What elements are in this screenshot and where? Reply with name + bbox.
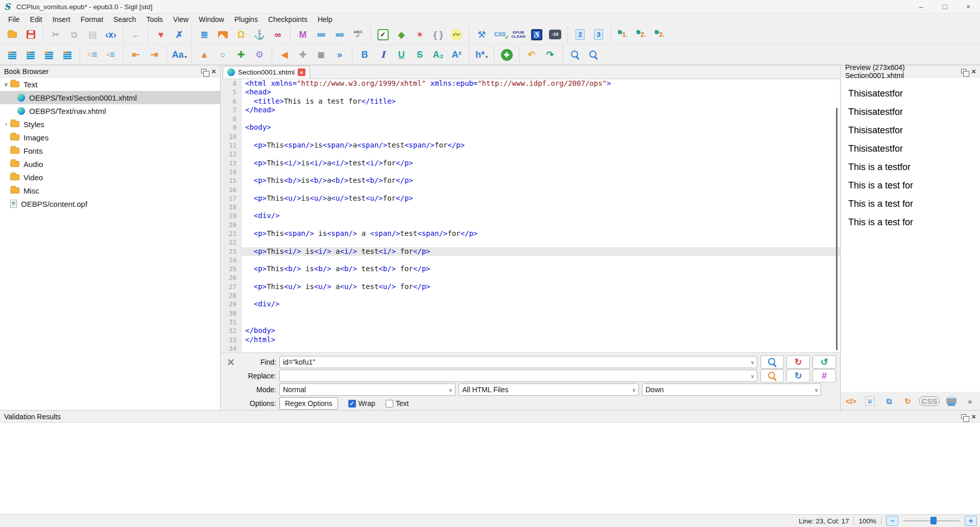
print-icon[interactable] [945,393,957,409]
text-checkbox-box[interactable] [386,400,393,408]
menu-file[interactable]: File [3,14,25,25]
wellformed-check-icon[interactable]: ✓ [374,27,392,42]
find-next-button[interactable] [760,355,784,369]
css-chip-icon[interactable]: CSS [921,393,938,409]
markdown-icon[interactable]: M [294,27,312,42]
code-line-16[interactable]: 16 [221,185,840,194]
align-right-icon[interactable] [40,47,58,62]
tree-expand-icon[interactable]: ∨ [2,81,10,88]
subscript-icon[interactable]: A₂ [429,47,447,62]
panel-float-icon[interactable] [201,69,206,74]
tree-item-styles[interactable]: ›Styles [0,117,220,131]
tree-expand-icon[interactable]: › [2,121,10,128]
merge-previous-icon[interactable]: ◀ [276,47,293,62]
code-text[interactable] [242,150,840,158]
overflow-chevron-icon[interactable]: » [964,393,976,409]
paste-icon[interactable]: ▤ [84,27,101,42]
align-left-icon[interactable] [4,47,21,62]
code-line-17[interactable]: 17 <p>This<u/>is<u/>a<u/>test<u/>for</p> [221,194,840,203]
replace-button[interactable] [760,369,784,382]
tree-item-images[interactable]: Images [0,131,220,144]
bullet-list-icon[interactable]: ≡ [84,47,101,62]
direction-select[interactable]: Down [642,384,821,396]
code-text[interactable]: <p>This<b/> is<b/> a<b/> test<b/> for</p… [242,265,840,273]
code-text[interactable]: <html xmlns="http://www.w3.org/1999/xhtm… [242,79,840,88]
code-line-4[interactable]: 4<html xmlns="http://www.w3.org/1999/xht… [221,79,840,88]
code-line-7[interactable]: 7</head> [221,106,840,114]
count-all-button[interactable]: ↺ [812,355,836,369]
preferences-wrench-icon[interactable]: ⚒ [473,27,490,42]
cut-icon[interactable]: ✂ [47,27,64,42]
open-icon[interactable] [4,27,21,42]
undo-icon[interactable]: ↶ [523,47,540,62]
code-line-9[interactable]: 9<body> [221,123,840,132]
code-line-27[interactable]: 27 <p>This<u/> is<u/> a<u/> test<u/> for… [221,282,840,291]
validate-epub-icon[interactable]: ◆ [393,27,410,42]
tab-close-icon[interactable]: × [298,68,305,76]
code-text[interactable]: <p>This<i/>is<i/>a<i/>test<i/>for</p> [242,159,840,167]
split-marker-icon[interactable]: ◼ [313,47,330,62]
wrap-checkbox[interactable]: ✓ Wrap [348,399,375,408]
menu-tools[interactable]: Tools [141,14,168,25]
replace-input[interactable] [279,370,757,382]
mend-code-icon[interactable]: ✶ [411,27,428,42]
tree-item-audio[interactable]: Audio [0,157,220,171]
code-text[interactable] [242,309,840,318]
files-select[interactable]: All HTML Files [459,384,639,396]
code-text[interactable]: <p>This<u/> is<u/> a<u/> test<u/> for</p… [242,282,840,291]
code-line-26[interactable]: 26 [221,273,840,282]
split-next-icon[interactable]: » [331,47,348,62]
split-plus-icon[interactable]: ✚ [294,47,312,62]
menu-format[interactable]: Format [76,14,108,25]
code-line-25[interactable]: 25 <p>This<b/> is<b/> a<b/> test<b/> for… [221,265,840,273]
code-text[interactable] [242,167,840,176]
code-text[interactable]: </body> [242,326,840,335]
close-button[interactable]: × [957,0,980,13]
insert-image-icon[interactable] [214,27,231,42]
replace-refresh-button[interactable]: ↻ [786,355,810,369]
code-text[interactable]: <head> [242,88,840,97]
preview-float-icon[interactable] [961,69,966,74]
epub-clean-icon[interactable]: EPUB CLEAN [510,27,527,42]
css-validate-icon[interactable]: CSS [491,27,509,42]
zoom-in-button[interactable]: + [965,516,977,526]
code-text[interactable] [242,221,840,229]
code-text[interactable]: <div/> [242,300,840,308]
accessibility-icon[interactable]: ♿ [528,27,545,42]
strikethrough-icon[interactable]: S [411,47,428,62]
zoom-out-button[interactable]: − [886,516,898,526]
tree-item-oebps-text-section0001-xhtml[interactable]: OEBPS/Text/Section0001.xhtml [0,91,220,104]
tree-item-oebps-content-opf[interactable]: OEBPS/content.opf [0,197,220,210]
code-text[interactable] [242,114,840,123]
delete-code-icon[interactable]: ‹x› [102,27,119,42]
maximize-button[interactable]: □ [933,0,957,13]
casing-icon[interactable]: Aa [171,47,188,62]
menu-help[interactable]: Help [313,14,338,25]
settings-gear-icon[interactable]: ⚙ [251,47,268,62]
code-line-28[interactable]: 28 [221,291,840,300]
code-line-30[interactable]: 30 [221,309,840,318]
align-center-icon[interactable] [22,47,39,62]
code-area[interactable]: 4<html xmlns="http://www.w3.org/1999/xht… [221,79,840,352]
redo-icon[interactable]: ↷ [541,47,559,62]
tree-item-video[interactable]: Video [0,171,220,184]
code-text[interactable] [242,273,840,282]
code-text[interactable]: </head> [242,106,840,114]
code-text[interactable] [242,132,840,141]
menu-checkpoints[interactable]: Checkpoints [263,14,313,25]
clips-braces-icon[interactable]: { } [429,27,447,42]
code-line-34[interactable]: 34 [221,344,840,352]
zoom-slider[interactable] [903,516,960,525]
menu-view[interactable]: View [168,14,194,25]
code-text[interactable]: <title>This is a test for</title> [242,97,840,106]
menu-window[interactable]: Window [194,14,229,25]
code-line-32[interactable]: 32</body> [221,326,840,335]
copy-pages-icon[interactable]: ⧉ [883,393,895,409]
code-text[interactable]: <p>This<span/> is<span/> a <span/>test<s… [242,229,840,238]
code-line-21[interactable]: 21 <p>This<span/> is<span/> a <span/>tes… [221,229,840,238]
insert-file-icon[interactable]: ✚ [498,47,515,62]
code-text[interactable]: <p>This<b/>is<b/>a<b/>test<b/>for</p> [242,176,840,185]
code-text[interactable]: <p>This<span/>is<span/>a<span/>test<span… [242,141,840,150]
reformat-index-icon[interactable]: e²e³ [448,27,465,42]
menu-edit[interactable]: Edit [25,14,47,25]
